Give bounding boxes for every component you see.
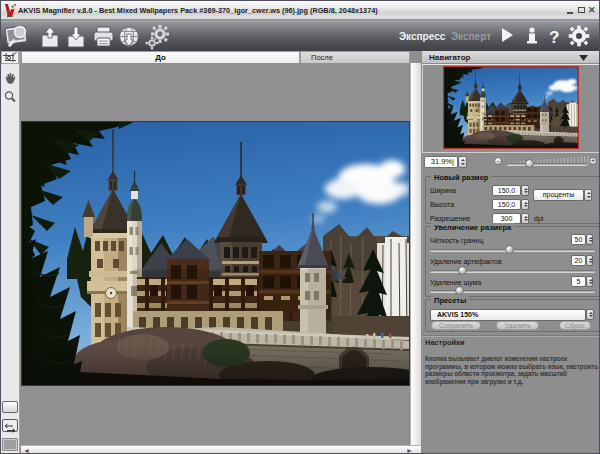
svg-text:?: ? <box>549 28 559 47</box>
